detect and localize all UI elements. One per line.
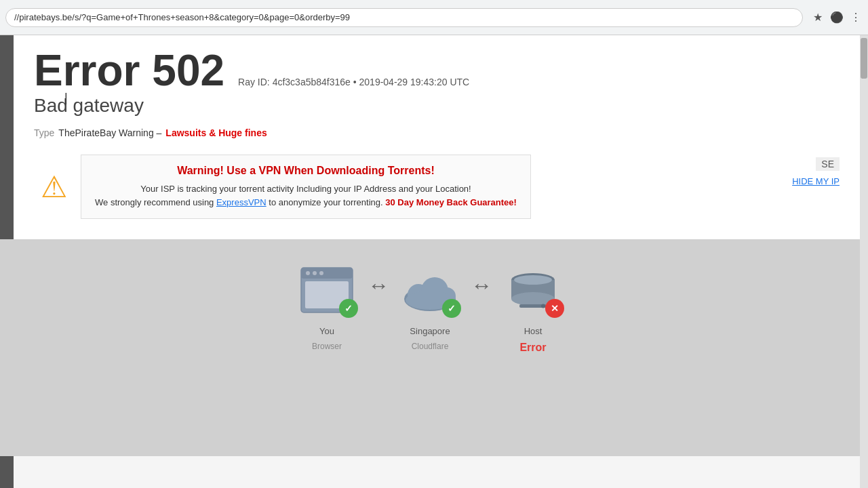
double-arrow-icon-1: ↔ (368, 273, 389, 298)
cloudflare-sublabel: Cloudflare (412, 342, 449, 351)
you-check-badge: ✓ (339, 299, 358, 318)
diagram-you: ✓ You Browser (293, 260, 361, 351)
ray-id: Ray ID: 4cf3c3a5b84f316e (238, 77, 351, 87)
page-content: | Error 502 Ray ID: 4cf3c3a5b84f316e • 2… (0, 35, 860, 488)
warning-triangle-icon: ⚠ (41, 169, 67, 204)
expressvpn-link[interactable]: ExpressVPN (216, 197, 267, 207)
vpn-line1: Your ISP is tracking your torrent activi… (140, 184, 471, 194)
type-value: ThePirateBay Warning – (58, 127, 161, 138)
error-header: Error 502 Ray ID: 4cf3c3a5b84f316e • 201… (34, 49, 840, 92)
svg-point-2 (306, 271, 310, 275)
cloudflare-icon-wrap: ✓ (396, 260, 464, 321)
error-code: Error 502 (34, 49, 224, 92)
host-icon-wrap: ✕ (499, 260, 567, 321)
url-text: //piratebays.be/s/?q=Game+of+Thrones+sea… (14, 12, 350, 22)
error-subtitle: Bad gateway (34, 95, 840, 117)
svg-point-14 (514, 275, 552, 285)
you-sublabel: Browser (312, 342, 342, 351)
you-label: You (319, 326, 334, 336)
vpn-line2-suffix: to anonymize your torrenting. (267, 197, 383, 207)
svg-point-3 (313, 271, 317, 275)
vpn-warning-body: Your ISP is tracking your torrent activi… (95, 182, 517, 209)
se-hide-area: SE HIDE MY IP (792, 157, 840, 186)
host-error-badge: ✕ (545, 299, 564, 318)
host-label: Host (524, 326, 542, 336)
type-label: Type (34, 127, 54, 138)
address-bar[interactable]: //piratebays.be/s/?q=Game+of+Thrones+sea… (5, 8, 803, 27)
timestamp: 2019-04-29 19:43:20 UTC (359, 77, 470, 87)
type-line: Type ThePirateBay Warning – Lawsuits & H… (34, 127, 840, 138)
arrow-you-to-cloud: ↔ (368, 260, 389, 298)
vpn-line2-prefix: We strongly recommend using (95, 197, 216, 207)
dot-separator: • (353, 77, 357, 87)
browser-chrome: //piratebays.be/s/?q=Game+of+Thrones+sea… (0, 0, 868, 35)
cloudflare-check-badge: ✓ (442, 299, 461, 318)
svg-point-4 (319, 271, 323, 275)
hide-ip-button[interactable]: HIDE MY IP (792, 176, 840, 186)
error-meta: Ray ID: 4cf3c3a5b84f316e • 2019-04-29 19… (238, 77, 469, 87)
type-warning-text: Lawsuits & Huge fines (165, 127, 267, 138)
double-arrow-icon-2: ↔ (471, 273, 492, 298)
you-icon-wrap: ✓ (293, 260, 361, 321)
diagram-section: ✓ You Browser ↔ ✓ Singapore (0, 239, 860, 456)
diagram-host: ✕ Host Error (499, 260, 567, 354)
arrow-cloud-to-host: ↔ (471, 260, 492, 298)
profile-icon[interactable]: ⚫ (830, 11, 844, 24)
warning-area: ⚠ Warning! Use a VPN When Downloading To… (41, 148, 840, 226)
diagram-cloudflare: ✓ Singapore Cloudflare (396, 260, 464, 351)
cloudflare-location: Singapore (410, 326, 450, 336)
scrollbar-track (860, 35, 868, 488)
money-back-text: 30 Day Money Back Guarantee! (385, 197, 517, 207)
vpn-warning-box: Warning! Use a VPN When Downloading Torr… (81, 155, 531, 219)
top-section: | Error 502 Ray ID: 4cf3c3a5b84f316e • 2… (0, 35, 860, 239)
more-icon[interactable]: ⋮ (849, 11, 863, 24)
se-badge: SE (816, 157, 840, 171)
browser-icons: ★ ⚫ ⋮ (811, 11, 863, 24)
scrollbar-thumb[interactable] (861, 38, 867, 79)
host-error-label: Error (519, 342, 546, 354)
vpn-warning-title: Warning! Use a VPN When Downloading Torr… (95, 165, 517, 177)
bookmark-icon[interactable]: ★ (811, 11, 825, 24)
